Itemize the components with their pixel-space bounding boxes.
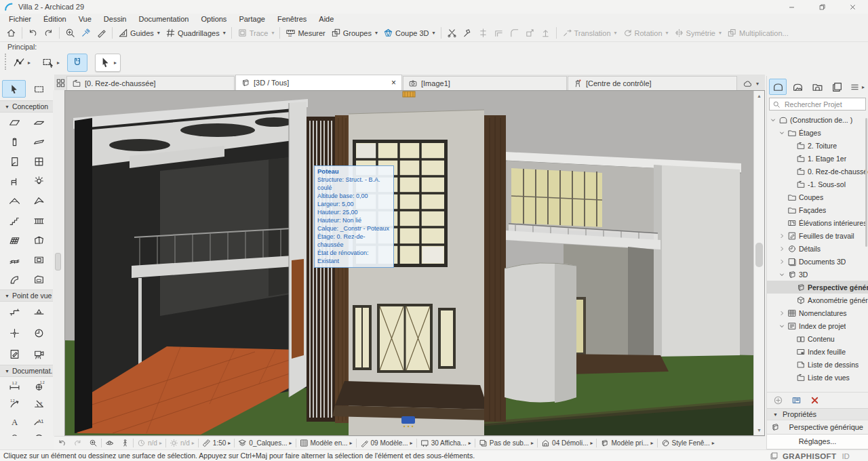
tree-item-2-toiture[interactable]: 2. Toiture xyxy=(767,139,868,152)
tree-item-coupes[interactable]: Coupes xyxy=(767,191,868,203)
tree-item-axonom-trie-g-n-rique[interactable]: Axonométrie générique xyxy=(767,294,868,306)
tool-etiquette[interactable]: A1 xyxy=(27,412,51,430)
toolbox-section-point-de-vue[interactable]: ▼Point de vue xyxy=(0,289,53,302)
tree-item-liste-de-dessins[interactable]: Liste de dessins xyxy=(767,358,868,371)
tab-rez-de-chaussee[interactable]: [0. Rez-de-chaussée] xyxy=(66,76,235,90)
tree-item-tages[interactable]: Étages xyxy=(767,126,868,139)
elever-button[interactable] xyxy=(538,26,553,40)
tree-item-perspective-g-n-rique[interactable]: Perspective générique xyxy=(767,281,868,294)
options-affichage-control[interactable]: 30 Afficha...▸ xyxy=(417,437,475,449)
menu-options[interactable]: Options xyxy=(195,14,233,24)
vue-precedente-control[interactable] xyxy=(54,437,70,449)
collapse-icon[interactable] xyxy=(778,322,785,329)
menu-partage[interactable]: Partage xyxy=(233,14,271,24)
symetrie-button[interactable]: Symétrie▾ xyxy=(671,26,724,40)
expand-icon[interactable] xyxy=(778,258,785,265)
tool-camera[interactable] xyxy=(27,344,51,365)
menu-fichier[interactable]: Fichier xyxy=(3,14,37,24)
redo-button[interactable] xyxy=(41,26,56,40)
menu-fen-tres[interactable]: Fenêtres xyxy=(271,14,313,24)
tool-escalier[interactable] xyxy=(3,211,26,230)
tree-item-construction-de[interactable]: (Construction de... ) xyxy=(767,113,868,126)
groupes-button[interactable]: Groupes▾ xyxy=(328,26,380,40)
tool-mur[interactable] xyxy=(3,113,26,132)
modele-structurel-control[interactable]: Modèle pri...▸ xyxy=(597,437,656,449)
zone-de-selection-button[interactable]: ▸ xyxy=(38,54,64,72)
quadrillages-button[interactable]: Quadrillages▾ xyxy=(163,26,229,40)
tree-item-nomenclatures[interactable]: Nomenclatures xyxy=(767,306,868,319)
tree-scrollbar[interactable] xyxy=(865,118,867,247)
tool-cote[interactable]: 1.2 xyxy=(3,377,26,395)
soleil-control[interactable]: n/d▸ xyxy=(166,437,198,449)
tool-garde-corps[interactable] xyxy=(27,211,51,230)
mesurer-button[interactable]: 12Mesurer xyxy=(283,26,328,40)
close-tab-icon[interactable]: × xyxy=(391,79,397,86)
tree-item-documents-3d[interactable]: Documents 3D xyxy=(767,255,868,268)
palette-handle[interactable] xyxy=(55,253,61,270)
menu-documentation[interactable]: Documentation xyxy=(132,14,195,24)
menu-dessin[interactable]: Dessin xyxy=(98,14,133,24)
close-button[interactable] xyxy=(837,0,868,14)
tree-item-fa-ades[interactable]: Façades xyxy=(767,203,868,216)
tool-fenetre[interactable] xyxy=(27,152,51,172)
collapse-icon[interactable] xyxy=(769,116,776,123)
search-input[interactable] xyxy=(783,100,858,109)
tool-lampe[interactable] xyxy=(27,172,51,191)
tool-zone-de-selection[interactable] xyxy=(27,80,51,98)
selection-directe-button[interactable]: ▸ xyxy=(9,54,35,72)
diviser-button[interactable] xyxy=(475,26,491,40)
couper-button[interactable] xyxy=(444,26,460,40)
menu-aide[interactable]: Aide xyxy=(313,14,340,24)
vue-suivante-control[interactable] xyxy=(70,437,85,449)
expand-icon[interactable] xyxy=(778,232,785,239)
rotation-button[interactable]: Rotation▾ xyxy=(620,26,671,40)
expand-icon[interactable] xyxy=(778,309,785,317)
tree-item-contenu[interactable]: Contenu xyxy=(767,332,868,345)
tool-coque[interactable] xyxy=(27,191,51,211)
redimensionner-button[interactable] xyxy=(522,26,538,40)
jeu-de-stylos-control[interactable]: Modèle en...▸ xyxy=(296,437,356,449)
exploration-control[interactable] xyxy=(117,437,133,449)
graphisoft-id[interactable]: GRAPHISOFT ID xyxy=(770,450,850,461)
tool-cote-rayon[interactable]: 1.2 xyxy=(3,395,26,412)
tool-detail[interactable] xyxy=(27,323,51,344)
tool-facade[interactable] xyxy=(27,302,51,323)
jeux-de-publication-button[interactable] xyxy=(828,79,846,95)
calques-control[interactable]: 0_Calques...▸ xyxy=(235,437,295,449)
tree-item-l-vations-int-rieures[interactable]: Élévations intérieures xyxy=(767,216,868,229)
menu-dition[interactable]: Édition xyxy=(37,14,73,24)
tab-overview-button[interactable] xyxy=(54,76,66,90)
tool-forme[interactable] xyxy=(27,230,51,250)
toolbox-section-conception[interactable]: ▼Conception xyxy=(0,100,53,113)
minimize-button[interactable] xyxy=(776,0,807,14)
tool-toit[interactable] xyxy=(3,191,26,211)
viewport-vscrollbar[interactable]: ▲ ▼ xyxy=(753,91,764,435)
carte-de-projet-button[interactable] xyxy=(769,79,787,95)
translation-button[interactable]: Translation▾ xyxy=(559,26,620,40)
tool-hachure[interactable] xyxy=(27,430,51,436)
tree-item-liste-de-vues[interactable]: Liste de vues xyxy=(767,371,868,384)
style-3d-control[interactable]: Style Fenê...▸ xyxy=(658,437,718,449)
tree-item-index-de-projet[interactable]: Index de projet xyxy=(767,319,868,332)
reglages-navigateur-button[interactable] xyxy=(791,395,802,405)
carnet-de-mise-en-page-button[interactable] xyxy=(808,79,826,95)
tool-coupe[interactable] xyxy=(3,302,26,323)
heure-control[interactable]: n/d▸ xyxy=(134,437,165,449)
stylos-modele-control[interactable]: 09 Modèle...▸ xyxy=(357,437,416,449)
settings-button[interactable]: Réglages... xyxy=(767,434,868,449)
collapse-icon[interactable] xyxy=(778,270,785,278)
raccord-button[interactable] xyxy=(507,26,522,40)
plan-de-vues-button[interactable] xyxy=(789,79,806,95)
tool-fleche[interactable] xyxy=(2,80,26,98)
tool-extremite-de-mur[interactable] xyxy=(3,270,26,289)
substitution-control[interactable]: Pas de sub...▸ xyxy=(475,437,537,449)
tool-ouverture[interactable] xyxy=(27,250,51,270)
toolbar-drag-handle[interactable] xyxy=(5,54,6,70)
3d-scene[interactable] xyxy=(65,91,753,435)
undo-button[interactable] xyxy=(25,26,41,40)
tree-item-d-tails[interactable]: Détails xyxy=(767,242,868,255)
tree-item-3d[interactable]: 3D xyxy=(767,268,868,281)
intersection-button[interactable] xyxy=(491,26,507,40)
zoom-control[interactable] xyxy=(85,437,101,449)
tool-repere[interactable]: 1 xyxy=(3,430,26,436)
